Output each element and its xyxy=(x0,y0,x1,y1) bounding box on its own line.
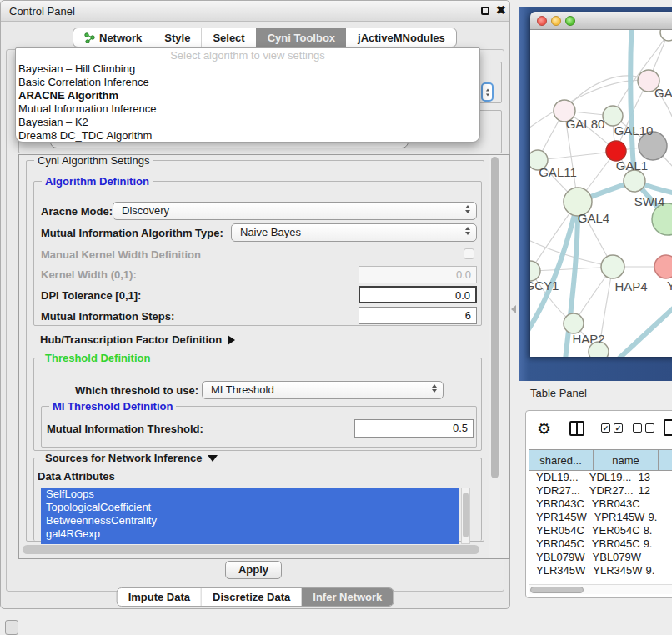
tab-cyni-toolbox[interactable]: Cyni Toolbox xyxy=(256,28,346,47)
table-horizontal-scrollbar[interactable] xyxy=(529,584,672,594)
mi-threshold-field[interactable]: 0.5 xyxy=(354,419,474,438)
network-window-titlebar[interactable] xyxy=(530,12,672,30)
control-panel-title: Control Panel xyxy=(1,1,509,22)
table-cell: YBR045C xyxy=(529,538,584,551)
focused-combo-fragment[interactable] xyxy=(481,82,494,102)
algorithm-option[interactable]: Bayesian – K2 xyxy=(16,116,479,129)
settings-horizontal-scrollbar[interactable] xyxy=(23,545,479,554)
select-all-columns-icon[interactable]: ✓✓ xyxy=(601,423,623,432)
table-cell xyxy=(640,498,672,511)
collapsed-arrow-icon xyxy=(228,335,235,345)
cyni-settings-title: Cyni Algorithm Settings xyxy=(34,154,153,167)
table-row[interactable]: YDR27...YDR27...12 xyxy=(529,484,672,498)
table-row[interactable]: YIL052CYIL052C9 xyxy=(529,578,672,579)
node-label-gcy1: GCY1 xyxy=(530,278,559,292)
algorithm-dropdown-popup: Select algorithm to view settings Bayesi… xyxy=(15,48,480,142)
bottom-tab-infer-network[interactable]: Infer Network xyxy=(301,588,393,606)
aracne-mode-value: Discovery xyxy=(122,204,169,217)
node-salmon[interactable] xyxy=(654,255,672,278)
table-cell: 13 xyxy=(635,471,672,484)
table-row[interactable]: YBR045CYBR045C9. xyxy=(529,538,672,551)
zoom-traffic-light[interactable] xyxy=(565,16,575,26)
algorithm-option[interactable]: Basic Correlation Inference xyxy=(16,76,479,89)
table-row[interactable]: YBR043CYBR043C xyxy=(529,498,672,511)
node-hap2[interactable] xyxy=(564,313,584,333)
bottom-tab-impute-data[interactable]: Impute Data xyxy=(118,588,201,606)
table-row[interactable]: YDL19...YDL19...13 xyxy=(529,471,672,484)
node-hap4[interactable] xyxy=(601,255,624,278)
algorithm-option[interactable]: Dream8 DC_TDC Algorithm xyxy=(16,129,479,142)
minimize-traffic-light[interactable] xyxy=(551,16,561,26)
mi-threshold-group-title: MI Threshold Definition xyxy=(49,400,176,412)
collapsed-panel-button[interactable] xyxy=(5,620,18,635)
splitpane-arrow-icon[interactable] xyxy=(511,305,516,313)
scrollbar-thumb[interactable] xyxy=(491,157,499,478)
deselect-all-columns-icon[interactable] xyxy=(633,423,654,432)
node-label-hap4: HAP4 xyxy=(614,279,647,293)
data-attributes-label: Data Attributes xyxy=(38,470,115,482)
column-header[interactable]: name xyxy=(594,450,659,470)
table-header: shared...name xyxy=(529,449,672,471)
split-columns-icon[interactable] xyxy=(569,421,584,436)
tab-style[interactable]: Style xyxy=(153,28,201,47)
node-top-partial[interactable] xyxy=(660,30,672,41)
algorithm-option[interactable]: Bayesian – Hill Climbing xyxy=(16,62,479,76)
node-label-hap2: HAP2 xyxy=(572,332,604,346)
table-row[interactable]: YBL079WYBL079W xyxy=(529,551,672,564)
attribute-item[interactable]: TopologicalCoefficient xyxy=(41,501,459,514)
attribute-item[interactable]: SelfLoops xyxy=(41,488,459,501)
node-swi4[interactable] xyxy=(624,170,645,192)
column-header[interactable] xyxy=(659,450,672,470)
table-rows: YDL19...YDL19...13YDR27...YDR27...12YBR0… xyxy=(529,471,672,579)
manual-kernel-checkbox[interactable] xyxy=(464,248,474,259)
algorithm-placeholder: Select algorithm to view settings xyxy=(16,48,479,62)
tab-select[interactable]: Select xyxy=(201,28,255,47)
data-attributes-list[interactable]: SelfLoopsTopologicalCoefficientBetweenne… xyxy=(41,488,459,544)
node-label-gal11: GAL11 xyxy=(539,165,577,179)
attributes-list-scrollbar[interactable] xyxy=(461,488,470,544)
table-row[interactable]: YPR145WYPR145W9. xyxy=(529,511,672,524)
mi-steps-field[interactable]: 6 xyxy=(359,307,477,324)
apply-button[interactable]: Apply xyxy=(225,561,282,579)
attribute-item[interactable]: gal4RGexp xyxy=(41,528,459,541)
close-traffic-light[interactable] xyxy=(537,16,547,26)
scrollbar-thumb[interactable] xyxy=(530,587,584,593)
which-threshold-combo[interactable]: MI Threshold xyxy=(202,381,444,399)
close-icon[interactable]: ✖ xyxy=(496,3,506,17)
which-threshold-value: MI Threshold xyxy=(211,383,274,396)
threshold-definition-title: Threshold Definition xyxy=(42,352,153,364)
hub-definition-toggle[interactable]: Hub/Transcription Factor Definition xyxy=(40,333,235,346)
attribute-item[interactable]: BetweennessCentrality xyxy=(41,514,459,528)
bottom-tab-discretize-data[interactable]: Discretize Data xyxy=(201,588,301,606)
table-cell: YLR345W xyxy=(585,564,642,578)
gear-icon[interactable]: ⚙ xyxy=(537,418,551,440)
table-cell: 9. xyxy=(643,564,672,578)
table-row[interactable]: YER054CYER054C8. xyxy=(529,524,672,538)
algorithm-option[interactable]: ARACNE Algorithm xyxy=(16,89,479,102)
settings-vertical-scrollbar[interactable] xyxy=(489,155,500,558)
aracne-mode-combo[interactable]: Discovery xyxy=(113,202,477,220)
table-cell: YPR145W xyxy=(587,511,645,524)
tab-jactivemnodules[interactable]: jActiveMNodules xyxy=(346,28,456,47)
table-cell: YBR045C xyxy=(584,538,640,551)
float-window-icon[interactable] xyxy=(481,7,489,15)
control-panel-tabbar: NetworkStyleSelectCyni ToolboxjActiveMNo… xyxy=(73,28,457,48)
network-graph: GALGAL80GAL10GAL1GAL11SWI4GAL4GCY1HAP4YH… xyxy=(530,30,672,357)
table-cell: 9 xyxy=(635,578,672,579)
column-header[interactable]: shared... xyxy=(529,450,594,470)
network-canvas[interactable]: GALGAL80GAL10GAL1GAL11SWI4GAL4GCY1HAP4YH… xyxy=(530,30,672,357)
which-threshold-label: Which threshold to use: xyxy=(75,384,198,397)
export-table-icon[interactable] xyxy=(664,419,672,436)
hub-definition-label: Hub/Transcription Factor Definition xyxy=(40,333,222,346)
tab-network[interactable]: Network xyxy=(73,28,153,47)
table-row[interactable]: YLR345WYLR345W9. xyxy=(529,564,672,578)
mi-algorithm-type-combo[interactable]: Naive Bayes xyxy=(231,223,477,242)
table-panel-card: ⚙ ✓✓ shared...name YDL19...YDL19...13YDR… xyxy=(525,410,672,598)
algorithm-option[interactable]: Mutual Information Inference xyxy=(16,102,479,116)
settings-scrollpane: Cyni Algorithm Settings Algorithm Defini… xyxy=(18,154,510,559)
expanded-arrow-icon xyxy=(208,455,218,462)
kernel-width-field[interactable]: 0.0 xyxy=(359,266,477,283)
dpi-tolerance-field[interactable]: 0.0 xyxy=(359,286,477,303)
cyni-algorithm-settings-group: Cyni Algorithm Settings Algorithm Defini… xyxy=(26,160,484,542)
scrollbar-thumb[interactable] xyxy=(463,492,469,538)
